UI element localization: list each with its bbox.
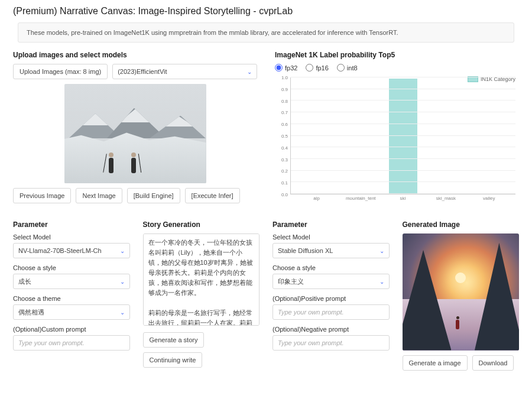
- next-image-button[interactable]: Next Image: [76, 188, 122, 203]
- y-tick: 0.5: [281, 134, 288, 139]
- build-engine-button[interactable]: [Build Engine]: [127, 188, 180, 203]
- chevron-down-icon: ⌄: [120, 248, 125, 254]
- image-style-value: 印象主义: [278, 277, 304, 286]
- previous-image-button[interactable]: Previous Image: [13, 188, 71, 203]
- execute-infer-button[interactable]: [Execute Infer]: [185, 188, 240, 203]
- y-tick: 0.7: [281, 110, 288, 115]
- probability-chart: IN1K Category 0.00.10.20.30.40.50.60.70.…: [275, 75, 519, 205]
- chevron-down-icon: ⌄: [379, 248, 384, 254]
- y-tick: 0.4: [281, 145, 288, 150]
- precision-radio-fp16[interactable]: fp16: [306, 64, 328, 72]
- y-tick: 0.1: [281, 180, 288, 186]
- image-style-label: Choose a style: [273, 264, 390, 271]
- chart-y-axis: 0.00.10.20.30.40.50.60.70.80.91.0: [275, 77, 290, 194]
- negative-prompt-label: (Optional)Negative prompt: [273, 326, 390, 333]
- story-parameter-title: Parameter: [13, 220, 130, 229]
- y-tick: 0.3: [281, 157, 288, 162]
- generated-image-panel: Generated Image Generate a image Downloa…: [403, 220, 520, 371]
- story-theme-value: 偶然相遇: [18, 308, 44, 317]
- bar-ski: [389, 79, 417, 194]
- y-tick: 0.9: [281, 86, 288, 92]
- image-style-select[interactable]: 印象主义 ⌄: [273, 274, 390, 289]
- x-label: mountain_tent: [346, 196, 374, 205]
- image-model-select[interactable]: Stable Diffusion XL ⌄: [273, 243, 390, 258]
- story-style-value: 成长: [18, 277, 31, 286]
- story-style-label: Choose a style: [13, 264, 130, 271]
- chevron-down-icon: ⌄: [120, 309, 125, 316]
- generate-image-button[interactable]: Generate a image: [403, 355, 468, 371]
- chart-plot-area: [290, 77, 515, 194]
- image-parameter-panel: Parameter Select Model Stable Diffusion …: [273, 220, 390, 371]
- generate-story-button[interactable]: Generate a story: [143, 332, 205, 348]
- custom-prompt-label: (Optional)Custom prompt: [13, 326, 130, 333]
- model-select[interactable]: (2023)EfficientVit ⌄: [112, 64, 257, 79]
- story-style-select[interactable]: 成长 ⌄: [13, 274, 130, 289]
- continuing-write-button[interactable]: Continuing write: [143, 352, 203, 368]
- y-tick: 0.2: [281, 168, 288, 174]
- story-theme-select[interactable]: 偶然相遇 ⌄: [13, 304, 130, 320]
- x-label: alp: [303, 196, 330, 205]
- chart-x-axis: alpmountain_tentskiski_maskvalley: [290, 196, 515, 205]
- precision-radio-fp32[interactable]: fp32: [275, 64, 297, 72]
- precision-radio-group: fp32fp16int8: [275, 64, 519, 72]
- story-generation-panel: Story Generation Generate a story Contin…: [143, 220, 260, 371]
- chevron-down-icon: ⌄: [120, 278, 125, 285]
- download-image-button[interactable]: Download: [472, 355, 514, 371]
- upload-images-button[interactable]: Upload Images (max: 8 img): [13, 64, 108, 79]
- upload-section: Upload images and select models Upload I…: [13, 51, 257, 205]
- chevron-down-icon: ⌄: [379, 278, 384, 285]
- probability-section-title: ImageNet 1K Label probability Top5: [275, 51, 519, 59]
- positive-prompt-input[interactable]: [273, 304, 390, 320]
- story-model-value: NV-Llama2-70B-SteerLM-Ch: [18, 247, 102, 254]
- y-tick: 0.0: [281, 192, 288, 197]
- image-parameter-title: Parameter: [273, 220, 390, 229]
- y-tick: 0.6: [281, 122, 288, 127]
- story-generation-title: Story Generation: [143, 220, 260, 229]
- precision-radio-int8[interactable]: int8: [337, 64, 358, 72]
- probability-section: ImageNet 1K Label probability Top5 fp32f…: [275, 51, 519, 205]
- story-parameter-panel: Parameter Select Model NV-Llama2-70B-Ste…: [13, 220, 130, 371]
- image-model-value: Stable Diffusion XL: [278, 247, 333, 254]
- story-model-select[interactable]: NV-Llama2-70B-SteerLM-Ch ⌄: [13, 243, 130, 258]
- x-label: ski_mask: [432, 196, 460, 205]
- page-title: (Premium) Narrative Canvas: Image-Inspir…: [13, 6, 519, 17]
- custom-prompt-input[interactable]: [13, 335, 130, 351]
- y-tick: 1.0: [281, 75, 288, 80]
- chevron-down-icon: ⌄: [247, 69, 252, 75]
- story-textarea[interactable]: [143, 233, 260, 326]
- story-model-label: Select Model: [13, 233, 130, 241]
- model-select-value: (2023)EfficientVit: [118, 68, 167, 75]
- generated-image-title: Generated Image: [403, 220, 520, 229]
- upload-section-title: Upload images and select models: [13, 51, 257, 59]
- image-preview: [64, 84, 206, 183]
- x-label: ski: [389, 196, 417, 205]
- x-label: valley: [475, 196, 503, 205]
- story-theme-label: Choose a theme: [13, 295, 130, 302]
- y-tick: 0.8: [281, 98, 288, 103]
- info-banner: These models, pre-trained on ImageNet1K …: [18, 22, 514, 43]
- generated-image: [403, 233, 520, 351]
- positive-prompt-label: (Optional)Positive prompt: [273, 295, 390, 302]
- negative-prompt-input[interactable]: [273, 335, 390, 351]
- image-model-label: Select Model: [273, 233, 390, 241]
